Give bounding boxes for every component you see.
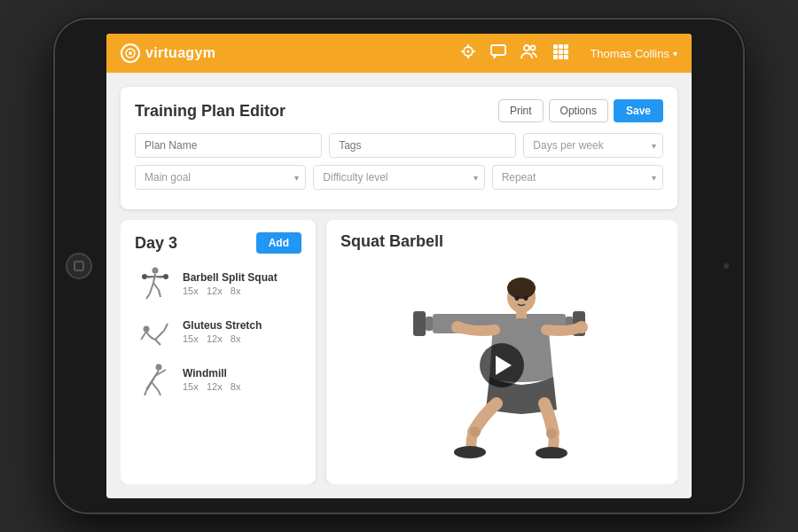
main-goal-wrapper: Main goal: [135, 165, 306, 190]
exercise-sets-gluteus-stretch: 15x 12x 8x: [183, 333, 301, 344]
svg-rect-44: [413, 311, 426, 336]
exercise-list: Barbell Split Squat 15x 12x 8x: [135, 264, 301, 399]
svg-point-57: [536, 447, 567, 458]
exercise-image-barbell-split-squat: [135, 264, 174, 303]
svg-line-21: [153, 274, 155, 284]
svg-line-35: [141, 332, 146, 340]
svg-line-34: [155, 340, 160, 345]
exercise-info-barbell-split-squat: Barbell Split Squat 15x 12x 8x: [183, 271, 301, 296]
exercise-image-gluteus-stretch: [135, 312, 174, 351]
home-button[interactable]: [66, 253, 92, 279]
save-button[interactable]: Save: [614, 99, 663, 122]
tags-input[interactable]: [329, 133, 516, 158]
days-per-week-wrapper: Days per week: [523, 133, 663, 158]
svg-line-41: [152, 382, 159, 391]
svg-point-51: [515, 295, 520, 301]
form-row-2: Main goal Difficulty level Repeat: [135, 165, 663, 190]
day-card: Day 3 Add: [121, 220, 316, 484]
main-goal-select[interactable]: Main goal: [135, 165, 306, 190]
exercise-sets-barbell-split-squat: 15x 12x 8x: [183, 286, 301, 296]
svg-rect-8: [491, 45, 505, 55]
exercise-sets-windmill: 15x 12x 8x: [183, 381, 301, 392]
crosshair-icon[interactable]: [460, 43, 476, 63]
top-card-buttons: Print Options Save: [498, 99, 663, 122]
grid-icon[interactable]: [552, 43, 568, 63]
svg-point-1: [129, 51, 132, 55]
svg-line-28: [146, 293, 150, 299]
svg-line-25: [148, 277, 155, 278]
header-icons: Thomas Collins ▾: [460, 43, 677, 63]
chat-icon[interactable]: [490, 43, 506, 63]
svg-point-7: [467, 51, 470, 53]
ipad-frame: virtuagym: [53, 18, 745, 514]
difficulty-select[interactable]: Difficulty level: [313, 165, 484, 190]
logo-text: virtuagym: [145, 45, 215, 61]
svg-point-59: [546, 428, 557, 439]
svg-line-29: [153, 283, 159, 290]
svg-rect-18: [559, 55, 563, 59]
svg-line-30: [159, 290, 160, 297]
svg-rect-17: [553, 55, 558, 59]
svg-point-31: [144, 326, 150, 332]
svg-point-55: [575, 321, 588, 333]
svg-rect-45: [426, 317, 433, 331]
svg-line-40: [146, 382, 152, 391]
svg-point-50: [507, 278, 536, 299]
home-button-inner: [74, 261, 84, 271]
print-button[interactable]: Print: [498, 99, 544, 122]
exercise-image-windmill: [135, 360, 174, 399]
form-row-1: Days per week: [135, 133, 663, 158]
difficulty-wrapper: Difficulty level: [313, 165, 484, 190]
svg-rect-16: [564, 50, 568, 54]
svg-rect-13: [564, 44, 568, 49]
svg-line-33: [164, 324, 168, 331]
logo-area: virtuagym: [121, 43, 460, 63]
svg-line-32: [155, 331, 164, 340]
exercise-name-gluteus-stretch: Gluteus Stretch: [183, 319, 301, 332]
exercise-item-windmill[interactable]: Windmill 15x 12x 8x: [135, 360, 301, 399]
svg-point-10: [531, 46, 536, 51]
svg-line-43: [159, 391, 160, 395]
exercise-name-barbell-split-squat: Barbell Split Squat: [183, 271, 301, 284]
preview-title: Squat Barbell: [340, 232, 663, 251]
repeat-wrapper: Repeat: [492, 165, 663, 190]
options-button[interactable]: Options: [549, 99, 608, 122]
svg-point-36: [156, 364, 162, 371]
svg-rect-11: [553, 44, 558, 49]
svg-rect-12: [559, 44, 563, 49]
days-per-week-select[interactable]: Days per week: [523, 133, 663, 158]
svg-point-58: [470, 426, 481, 437]
repeat-select[interactable]: Repeat: [492, 165, 663, 190]
exercise-info-gluteus-stretch: Gluteus Stretch 15x 12x 8x: [183, 319, 301, 344]
svg-point-20: [153, 268, 159, 274]
play-button[interactable]: [480, 343, 524, 387]
header-user[interactable]: Thomas Collins ▾: [590, 47, 677, 60]
svg-rect-15: [559, 50, 563, 54]
main-content: Training Plan Editor Print Options Save …: [106, 73, 692, 498]
svg-point-54: [451, 321, 464, 333]
day-title: Day 3: [135, 234, 177, 253]
screen: virtuagym: [106, 34, 692, 498]
people-icon[interactable]: [520, 43, 538, 63]
play-triangle-icon: [496, 356, 512, 375]
svg-rect-14: [553, 50, 558, 54]
user-name: Thomas Collins: [590, 47, 669, 60]
preview-content: [340, 258, 663, 472]
add-exercise-button[interactable]: Add: [256, 232, 301, 254]
svg-point-24: [163, 274, 168, 279]
exercise-item-gluteus-stretch[interactable]: Gluteus Stretch 15x 12x 8x: [135, 312, 301, 351]
plan-name-input[interactable]: [135, 133, 322, 158]
header: virtuagym: [106, 34, 692, 73]
bottom-row: Day 3 Add: [121, 220, 677, 484]
svg-line-27: [150, 283, 153, 293]
exercise-item-barbell-split-squat[interactable]: Barbell Split Squat 15x 12x 8x: [135, 264, 301, 303]
preview-card: Squat Barbell: [326, 220, 677, 484]
top-card-header: Training Plan Editor Print Options Save: [135, 99, 663, 122]
svg-point-23: [142, 274, 147, 279]
user-dropdown-arrow: ▾: [673, 49, 677, 59]
svg-line-42: [145, 391, 146, 395]
plan-editor-title: Training Plan Editor: [135, 102, 286, 121]
svg-point-9: [524, 45, 529, 51]
camera-dot: [724, 263, 729, 269]
svg-rect-19: [564, 55, 568, 59]
